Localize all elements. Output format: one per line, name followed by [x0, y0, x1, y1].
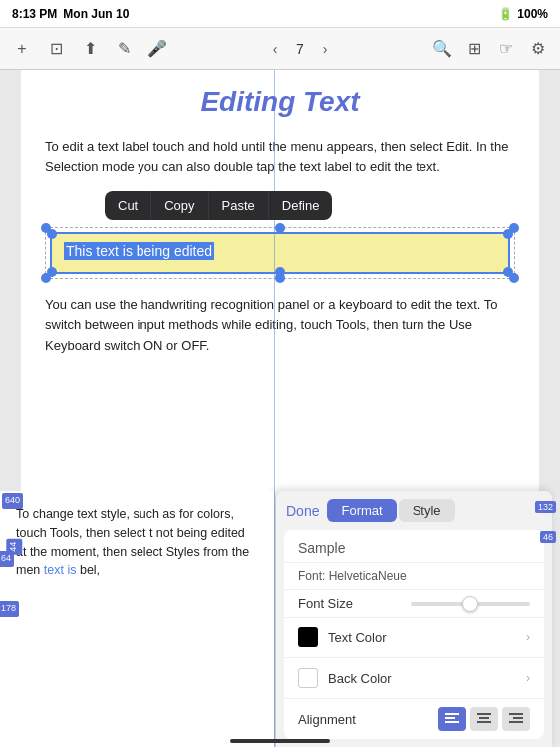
- format-panel: Done Format Style Sample Font: Helvetica…: [275, 491, 552, 747]
- font-name-row[interactable]: Font: HelveticaNeue: [284, 563, 544, 590]
- vertical-guide-1: [274, 70, 275, 747]
- main-content: Editing Text To edit a text label touch …: [0, 70, 560, 747]
- edit-box-inner[interactable]: This text is being edited: [50, 232, 510, 274]
- toolbar-left: + ⊡ ⬆ ✎ 🎤: [10, 37, 169, 61]
- paste-button[interactable]: Paste: [209, 191, 269, 220]
- align-center-button[interactable]: [470, 707, 498, 731]
- slider-thumb: [462, 596, 478, 612]
- bottom-area: 640 44 64 178 To change text style, such…: [0, 491, 560, 747]
- outer-handle-tr: [509, 223, 519, 233]
- sample-label: Sample: [298, 540, 345, 556]
- page-title: Editing Text: [45, 86, 515, 118]
- page-number: 7: [290, 41, 310, 57]
- back-color-swatch: [298, 668, 318, 688]
- add-button[interactable]: +: [10, 37, 34, 61]
- paragraph-1: To edit a text label touch and hold unti…: [45, 137, 515, 177]
- document-icon[interactable]: ⊡: [44, 37, 68, 61]
- outer-handle-br: [509, 273, 519, 283]
- demo-area: Cut Copy Paste Define This text is being…: [45, 191, 515, 279]
- panel-sample: Sample: [284, 530, 544, 563]
- battery-icon: 🔋: [498, 7, 513, 21]
- status-date: Mon Jun 10: [63, 7, 129, 21]
- pen-tool-icon[interactable]: ✎: [112, 37, 136, 61]
- svg-rect-2: [445, 721, 459, 723]
- define-button[interactable]: Define: [269, 191, 333, 220]
- svg-rect-7: [513, 717, 523, 719]
- zoom-icon[interactable]: ⊞: [462, 37, 486, 61]
- back-color-row[interactable]: Back Color ›: [284, 658, 544, 699]
- coord-46: 46: [540, 531, 552, 543]
- mic-icon[interactable]: 🎤: [145, 37, 169, 61]
- alignment-row: Alignment: [284, 699, 544, 739]
- svg-rect-6: [509, 713, 523, 715]
- text-color-chevron: ›: [526, 630, 530, 644]
- share-button[interactable]: ⬆: [78, 37, 102, 61]
- copy-button[interactable]: Copy: [151, 191, 208, 220]
- edit-box-outer: This text is being edited: [45, 227, 515, 279]
- svg-rect-3: [477, 713, 491, 715]
- font-name-label: Font: HelveticaNeue: [298, 569, 407, 583]
- toolbar-nav: ‹ 7 ›: [264, 38, 336, 60]
- panel-header: Done Format Style: [276, 491, 552, 530]
- back-color-label: Back Color: [328, 671, 392, 686]
- font-size-label: Font Size: [298, 596, 353, 611]
- coord-640: 640: [2, 493, 23, 509]
- svg-rect-4: [479, 717, 489, 719]
- outer-handle-bm: [275, 273, 285, 283]
- font-size-row: Font Size: [284, 590, 544, 618]
- status-right: 🔋 100%: [498, 7, 548, 21]
- context-menu: Cut Copy Paste Define: [105, 191, 332, 220]
- text-color-label: Text Color: [328, 630, 387, 645]
- next-page-button[interactable]: ›: [314, 38, 336, 60]
- tab-format[interactable]: Format: [327, 499, 396, 522]
- cut-button[interactable]: Cut: [105, 191, 151, 220]
- toolbar: + ⊡ ⬆ ✎ 🎤 ‹ 7 › 🔍 ⊞ ☞ ⚙: [0, 28, 560, 70]
- done-button[interactable]: Done: [286, 503, 319, 519]
- svg-rect-5: [477, 721, 491, 723]
- outer-handle-bl: [41, 273, 51, 283]
- outer-handle-tm: [275, 223, 285, 233]
- text-color-row[interactable]: Text Color ›: [284, 618, 544, 658]
- home-indicator: [230, 739, 330, 743]
- search-icon[interactable]: 🔍: [430, 37, 454, 61]
- coord-132: 132: [535, 501, 552, 513]
- bottom-left-content: 640 44 64 178 To change text style, such…: [0, 491, 275, 747]
- status-bar: 8:13 PM Mon Jun 10 🔋 100%: [0, 0, 560, 28]
- status-left: 8:13 PM Mon Jun 10: [12, 7, 129, 21]
- svg-rect-1: [445, 717, 455, 719]
- paragraph-2: You can use the handwriting recognition …: [45, 295, 515, 355]
- status-time: 8:13 PM: [12, 7, 57, 21]
- text-color-left: Text Color: [298, 627, 387, 647]
- edit-box-wrapper: This text is being edited: [45, 227, 515, 279]
- text-color-swatch: [298, 627, 318, 647]
- font-size-slider[interactable]: [411, 602, 530, 606]
- alignment-buttons: [438, 707, 530, 731]
- align-left-button[interactable]: [438, 707, 466, 731]
- toolbar-right: 🔍 ⊞ ☞ ⚙: [430, 37, 550, 61]
- align-right-button[interactable]: [502, 707, 530, 731]
- battery-percent: 100%: [517, 7, 548, 21]
- prev-page-button[interactable]: ‹: [264, 38, 286, 60]
- para-3-cont2: bel,: [80, 563, 100, 577]
- tab-style[interactable]: Style: [399, 499, 455, 522]
- back-color-chevron: ›: [526, 671, 530, 685]
- back-color-left: Back Color: [298, 668, 392, 688]
- edit-box-text: This text is being edited: [64, 242, 214, 260]
- coord-178: 178: [0, 601, 19, 617]
- svg-rect-0: [445, 713, 459, 715]
- pointer-icon[interactable]: ☞: [494, 37, 518, 61]
- panel-body: Sample Font: HelveticaNeue Font Size: [284, 530, 544, 739]
- coord-64: 64: [0, 551, 14, 567]
- svg-rect-8: [509, 721, 523, 723]
- para-3-cont: text is: [44, 563, 80, 577]
- settings-icon[interactable]: ⚙: [526, 37, 550, 61]
- alignment-label: Alignment: [298, 712, 356, 727]
- panel-tabs: Format Style: [327, 499, 454, 522]
